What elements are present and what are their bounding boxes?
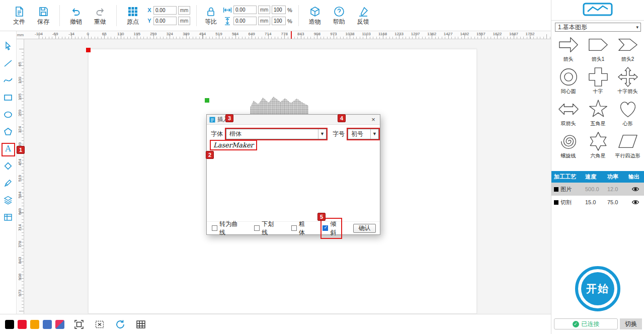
- eye-icon[interactable]: [626, 199, 644, 206]
- create-button[interactable]: 造物: [303, 6, 327, 25]
- help-button[interactable]: 帮助: [327, 6, 351, 25]
- dialog-icon: [209, 117, 215, 123]
- checkbox-italic[interactable]: 倾斜: [321, 219, 341, 238]
- color-swatch[interactable]: [5, 320, 14, 329]
- cross-icon: [588, 66, 609, 88]
- confirm-button[interactable]: 确认: [353, 224, 376, 233]
- shape-cross-arrow[interactable]: 十字箭头: [613, 65, 642, 96]
- checkbox-icon: [254, 225, 260, 231]
- polygon-tool[interactable]: [2, 127, 14, 137]
- h-ruler-label: 584: [232, 32, 238, 36]
- checkbox-underline[interactable]: 下划线: [253, 219, 278, 238]
- process-row[interactable]: 图片500.012.0: [551, 183, 644, 196]
- frame-icon[interactable]: [73, 318, 85, 330]
- size-select[interactable]: 初号 ▼: [348, 129, 379, 139]
- save-button[interactable]: 保存: [31, 6, 55, 25]
- file-button[interactable]: 文件: [7, 6, 31, 25]
- toolbar-separator: [298, 5, 299, 26]
- pen-tool[interactable]: [2, 178, 14, 188]
- cross-arrow-icon: [617, 66, 638, 88]
- lock-ratio-button[interactable]: 等比: [201, 6, 221, 25]
- origin-button[interactable]: 原点: [121, 6, 145, 25]
- width-input[interactable]: [233, 6, 257, 14]
- eye-icon[interactable]: [626, 186, 644, 193]
- redo-button[interactable]: 重做: [88, 6, 112, 25]
- shape-cross[interactable]: 十字: [583, 65, 613, 96]
- redo-label: 重做: [94, 19, 106, 25]
- height-percent-input[interactable]: [272, 17, 286, 25]
- v-ruler-label: 454: [18, 158, 22, 165]
- font-select[interactable]: 楷体 ▼: [226, 129, 327, 139]
- annotation-frame-text-tool: [2, 143, 15, 156]
- shape-label: 箭头1: [592, 56, 605, 63]
- shape-spiral[interactable]: 螺旋线: [553, 130, 583, 160]
- shape-double-arrow[interactable]: 双箭头: [553, 98, 583, 128]
- col-power: 功率: [605, 173, 626, 181]
- process-row[interactable]: 切割15.075.0: [551, 196, 644, 209]
- toolbar-separator: [116, 5, 117, 26]
- toolbar-separator: [59, 5, 60, 26]
- shape-arrow-chevron[interactable]: 箭头2: [613, 33, 642, 64]
- concentric-circles-icon: [558, 66, 579, 88]
- star6-icon: [588, 131, 609, 152]
- col-output: 输出: [626, 173, 644, 181]
- color-swatch[interactable]: [18, 320, 27, 329]
- save-label: 保存: [37, 19, 49, 25]
- x-input[interactable]: [153, 6, 177, 15]
- shape-concentric-circles[interactable]: 同心圆: [553, 65, 583, 96]
- board-chart-icon[interactable]: [583, 3, 613, 17]
- undo-button[interactable]: 撤销: [64, 6, 88, 25]
- h-ruler-label: 65: [102, 32, 107, 36]
- rectangle-tool[interactable]: [2, 93, 14, 103]
- shape-star5[interactable]: 五角星: [583, 98, 613, 128]
- v-ruler-label: 843: [18, 257, 22, 264]
- shape-category-select[interactable]: 1.基本图形 ▾: [555, 23, 641, 32]
- start-button[interactable]: 开始: [575, 266, 620, 311]
- selection-handle[interactable]: [205, 98, 209, 103]
- line-tool[interactable]: [2, 58, 14, 68]
- y-input[interactable]: [153, 17, 177, 25]
- col-process: 加工工艺: [551, 173, 583, 181]
- h-ruler-label: 1427: [444, 32, 453, 36]
- bottom-toolbar: [0, 314, 551, 334]
- h-ruler-label: 1233: [394, 32, 404, 36]
- layers-tool[interactable]: [2, 195, 14, 205]
- shape-heart[interactable]: 心形: [613, 98, 642, 128]
- width-percent-label: %: [287, 7, 292, 13]
- sync-icon[interactable]: [114, 318, 126, 330]
- shape-star6[interactable]: 六角星: [583, 130, 613, 160]
- color-swatch[interactable]: [43, 320, 52, 329]
- shape-label: 螺旋线: [561, 152, 576, 159]
- h-ruler-label: 973: [330, 32, 337, 36]
- color-swatch[interactable]: [30, 320, 39, 329]
- process-name: 图片: [560, 186, 572, 193]
- h-ruler-label: 649: [248, 32, 255, 36]
- shape-arrow-pentagon[interactable]: 箭头1: [583, 33, 613, 64]
- fit-view-icon[interactable]: [94, 318, 106, 330]
- switch-button[interactable]: 切换: [620, 318, 642, 329]
- checkbox-bold[interactable]: 粗体: [290, 219, 310, 238]
- h-ruler-label: 1362: [427, 32, 436, 36]
- grid-icon[interactable]: [135, 318, 147, 330]
- checkbox-to-curves[interactable]: 转为曲线: [211, 219, 241, 238]
- annotation-badge-1: 1: [17, 146, 25, 154]
- shape-arrow-right[interactable]: 箭头: [553, 33, 583, 64]
- h-ruler-label: 908: [314, 32, 320, 36]
- v-ruler-label: 519: [18, 175, 22, 182]
- table-tool[interactable]: [2, 212, 14, 222]
- curve-tool[interactable]: [2, 75, 14, 86]
- close-icon[interactable]: ×: [369, 116, 377, 124]
- height-input[interactable]: [233, 17, 257, 25]
- color-swatch[interactable]: [55, 320, 64, 329]
- position-inputs: X mm Y mm: [147, 6, 190, 25]
- eraser-tool[interactable]: [2, 161, 14, 171]
- ellipse-tool[interactable]: [2, 110, 14, 120]
- h-ruler-label: 1103: [362, 32, 370, 36]
- width-percent-input[interactable]: [272, 6, 286, 14]
- shape-parallelogram[interactable]: 平行四边形: [613, 130, 642, 160]
- feedback-button[interactable]: 反馈: [351, 6, 375, 25]
- select-tool[interactable]: [2, 41, 14, 51]
- text-input[interactable]: LaserMaker: [210, 140, 257, 150]
- shape-label: 同心圆: [561, 88, 576, 95]
- arrow-right-icon: [558, 34, 579, 55]
